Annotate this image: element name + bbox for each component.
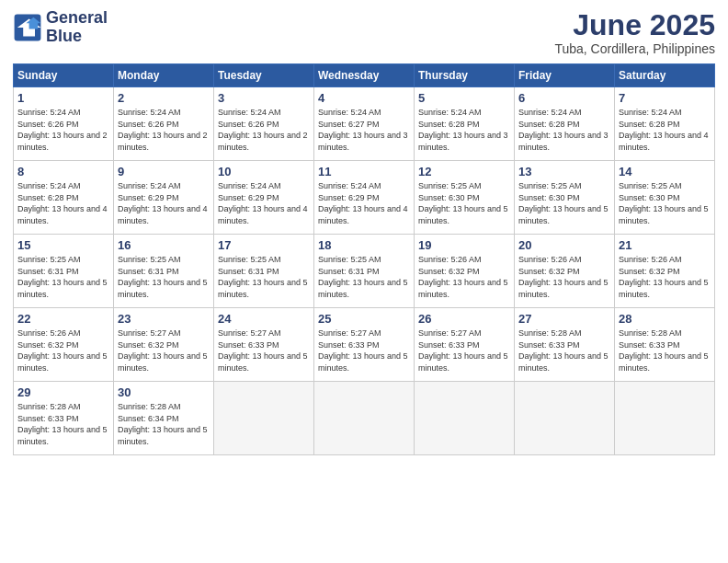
table-cell: 29 Sunrise: 5:28 AMSunset: 6:33 PMDaylig… bbox=[14, 382, 114, 455]
table-cell: 10 Sunrise: 5:24 AMSunset: 6:29 PMDaylig… bbox=[214, 161, 314, 235]
table-cell: 14 Sunrise: 5:25 AMSunset: 6:30 PMDaylig… bbox=[615, 161, 715, 235]
day-number: 25 bbox=[318, 312, 410, 326]
cell-info: Sunrise: 5:27 AMSunset: 6:33 PMDaylight:… bbox=[418, 328, 508, 373]
table-cell: 24 Sunrise: 5:27 AMSunset: 6:33 PMDaylig… bbox=[214, 308, 314, 382]
table-cell: 2 Sunrise: 5:24 AMSunset: 6:26 PMDayligh… bbox=[114, 87, 214, 161]
calendar-header-row: Sunday Monday Tuesday Wednesday Thursday… bbox=[14, 64, 715, 87]
table-cell: 25 Sunrise: 5:27 AMSunset: 6:33 PMDaylig… bbox=[314, 308, 415, 382]
cell-info: Sunrise: 5:24 AMSunset: 6:28 PMDaylight:… bbox=[17, 181, 108, 225]
logo-text: General Blue bbox=[46, 9, 108, 46]
table-cell bbox=[314, 382, 415, 455]
day-number: 16 bbox=[118, 238, 210, 252]
table-cell: 26 Sunrise: 5:27 AMSunset: 6:33 PMDaylig… bbox=[415, 308, 515, 382]
day-number: 27 bbox=[518, 312, 610, 326]
col-friday: Friday bbox=[515, 64, 615, 87]
title-block: June 2025 Tuba, Cordillera, Philippines bbox=[554, 9, 715, 56]
col-monday: Monday bbox=[114, 64, 214, 87]
cell-info: Sunrise: 5:28 AMSunset: 6:34 PMDaylight:… bbox=[118, 402, 208, 446]
cell-info: Sunrise: 5:24 AMSunset: 6:29 PMDaylight:… bbox=[318, 181, 408, 225]
cell-info: Sunrise: 5:25 AMSunset: 6:31 PMDaylight:… bbox=[118, 255, 208, 299]
day-number: 21 bbox=[619, 238, 711, 252]
calendar-row: 8 Sunrise: 5:24 AMSunset: 6:28 PMDayligh… bbox=[14, 161, 715, 235]
day-number: 18 bbox=[318, 238, 410, 252]
table-cell: 17 Sunrise: 5:25 AMSunset: 6:31 PMDaylig… bbox=[214, 235, 314, 308]
table-cell: 22 Sunrise: 5:26 AMSunset: 6:32 PMDaylig… bbox=[14, 308, 114, 382]
day-number: 4 bbox=[318, 91, 410, 105]
day-number: 30 bbox=[118, 385, 210, 399]
col-wednesday: Wednesday bbox=[314, 64, 415, 87]
cell-info: Sunrise: 5:24 AMSunset: 6:26 PMDaylight:… bbox=[218, 108, 308, 152]
cell-info: Sunrise: 5:26 AMSunset: 6:32 PMDaylight:… bbox=[418, 255, 508, 299]
cell-info: Sunrise: 5:24 AMSunset: 6:26 PMDaylight:… bbox=[118, 108, 208, 152]
table-cell: 8 Sunrise: 5:24 AMSunset: 6:28 PMDayligh… bbox=[14, 161, 114, 235]
day-number: 20 bbox=[518, 238, 610, 252]
col-thursday: Thursday bbox=[415, 64, 515, 87]
header: General Blue June 2025 Tuba, Cordillera,… bbox=[13, 9, 715, 56]
table-cell bbox=[415, 382, 515, 455]
table-cell: 28 Sunrise: 5:28 AMSunset: 6:33 PMDaylig… bbox=[615, 308, 715, 382]
cell-info: Sunrise: 5:27 AMSunset: 6:32 PMDaylight:… bbox=[118, 328, 208, 373]
cell-info: Sunrise: 5:28 AMSunset: 6:33 PMDaylight:… bbox=[17, 402, 108, 446]
subtitle: Tuba, Cordillera, Philippines bbox=[554, 41, 715, 56]
page: General Blue June 2025 Tuba, Cordillera,… bbox=[0, 0, 728, 563]
calendar-row: 15 Sunrise: 5:25 AMSunset: 6:31 PMDaylig… bbox=[14, 235, 715, 308]
day-number: 1 bbox=[17, 91, 109, 105]
day-number: 29 bbox=[17, 385, 109, 399]
table-cell: 19 Sunrise: 5:26 AMSunset: 6:32 PMDaylig… bbox=[415, 235, 515, 308]
day-number: 24 bbox=[218, 312, 310, 326]
main-title: June 2025 bbox=[554, 9, 715, 41]
cell-info: Sunrise: 5:26 AMSunset: 6:32 PMDaylight:… bbox=[518, 255, 609, 299]
cell-info: Sunrise: 5:27 AMSunset: 6:33 PMDaylight:… bbox=[318, 328, 408, 373]
cell-info: Sunrise: 5:25 AMSunset: 6:31 PMDaylight:… bbox=[17, 255, 108, 299]
logo: General Blue bbox=[13, 9, 108, 46]
day-number: 13 bbox=[518, 165, 610, 178]
cell-info: Sunrise: 5:24 AMSunset: 6:28 PMDaylight:… bbox=[518, 108, 609, 152]
cell-info: Sunrise: 5:25 AMSunset: 6:30 PMDaylight:… bbox=[518, 181, 609, 225]
day-number: 10 bbox=[218, 165, 310, 178]
day-number: 23 bbox=[118, 312, 210, 326]
table-cell: 3 Sunrise: 5:24 AMSunset: 6:26 PMDayligh… bbox=[214, 87, 314, 161]
day-number: 22 bbox=[17, 312, 109, 326]
table-cell bbox=[615, 382, 715, 455]
cell-info: Sunrise: 5:26 AMSunset: 6:32 PMDaylight:… bbox=[17, 328, 108, 373]
day-number: 26 bbox=[418, 312, 510, 326]
col-saturday: Saturday bbox=[615, 64, 715, 87]
day-number: 28 bbox=[619, 312, 711, 326]
calendar-row: 22 Sunrise: 5:26 AMSunset: 6:32 PMDaylig… bbox=[14, 308, 715, 382]
table-cell: 11 Sunrise: 5:24 AMSunset: 6:29 PMDaylig… bbox=[314, 161, 415, 235]
cell-info: Sunrise: 5:28 AMSunset: 6:33 PMDaylight:… bbox=[619, 328, 709, 373]
day-number: 7 bbox=[619, 91, 711, 105]
day-number: 9 bbox=[118, 165, 210, 178]
table-cell bbox=[515, 382, 615, 455]
table-cell: 16 Sunrise: 5:25 AMSunset: 6:31 PMDaylig… bbox=[114, 235, 214, 308]
table-cell: 20 Sunrise: 5:26 AMSunset: 6:32 PMDaylig… bbox=[515, 235, 615, 308]
cell-info: Sunrise: 5:24 AMSunset: 6:29 PMDaylight:… bbox=[218, 181, 308, 225]
table-cell bbox=[214, 382, 314, 455]
logo-icon bbox=[13, 13, 42, 42]
cell-info: Sunrise: 5:27 AMSunset: 6:33 PMDaylight:… bbox=[218, 328, 308, 373]
calendar-row: 29 Sunrise: 5:28 AMSunset: 6:33 PMDaylig… bbox=[14, 382, 715, 455]
cell-info: Sunrise: 5:26 AMSunset: 6:32 PMDaylight:… bbox=[619, 255, 709, 299]
cell-info: Sunrise: 5:25 AMSunset: 6:31 PMDaylight:… bbox=[318, 255, 408, 299]
col-sunday: Sunday bbox=[14, 64, 114, 87]
table-cell: 4 Sunrise: 5:24 AMSunset: 6:27 PMDayligh… bbox=[314, 87, 415, 161]
table-cell: 6 Sunrise: 5:24 AMSunset: 6:28 PMDayligh… bbox=[515, 87, 615, 161]
day-number: 6 bbox=[518, 91, 610, 105]
cell-info: Sunrise: 5:24 AMSunset: 6:28 PMDaylight:… bbox=[418, 108, 508, 152]
cell-info: Sunrise: 5:25 AMSunset: 6:30 PMDaylight:… bbox=[418, 181, 508, 225]
cell-info: Sunrise: 5:28 AMSunset: 6:33 PMDaylight:… bbox=[518, 328, 609, 373]
table-cell: 7 Sunrise: 5:24 AMSunset: 6:28 PMDayligh… bbox=[615, 87, 715, 161]
table-cell: 5 Sunrise: 5:24 AMSunset: 6:28 PMDayligh… bbox=[415, 87, 515, 161]
day-number: 14 bbox=[619, 165, 711, 178]
day-number: 11 bbox=[318, 165, 410, 178]
table-cell: 12 Sunrise: 5:25 AMSunset: 6:30 PMDaylig… bbox=[415, 161, 515, 235]
table-cell: 30 Sunrise: 5:28 AMSunset: 6:34 PMDaylig… bbox=[114, 382, 214, 455]
table-cell: 15 Sunrise: 5:25 AMSunset: 6:31 PMDaylig… bbox=[14, 235, 114, 308]
table-cell: 9 Sunrise: 5:24 AMSunset: 6:29 PMDayligh… bbox=[114, 161, 214, 235]
table-cell: 21 Sunrise: 5:26 AMSunset: 6:32 PMDaylig… bbox=[615, 235, 715, 308]
day-number: 19 bbox=[418, 238, 510, 252]
cell-info: Sunrise: 5:24 AMSunset: 6:26 PMDaylight:… bbox=[17, 108, 108, 152]
cell-info: Sunrise: 5:24 AMSunset: 6:29 PMDaylight:… bbox=[118, 181, 208, 225]
table-cell: 13 Sunrise: 5:25 AMSunset: 6:30 PMDaylig… bbox=[515, 161, 615, 235]
col-tuesday: Tuesday bbox=[214, 64, 314, 87]
